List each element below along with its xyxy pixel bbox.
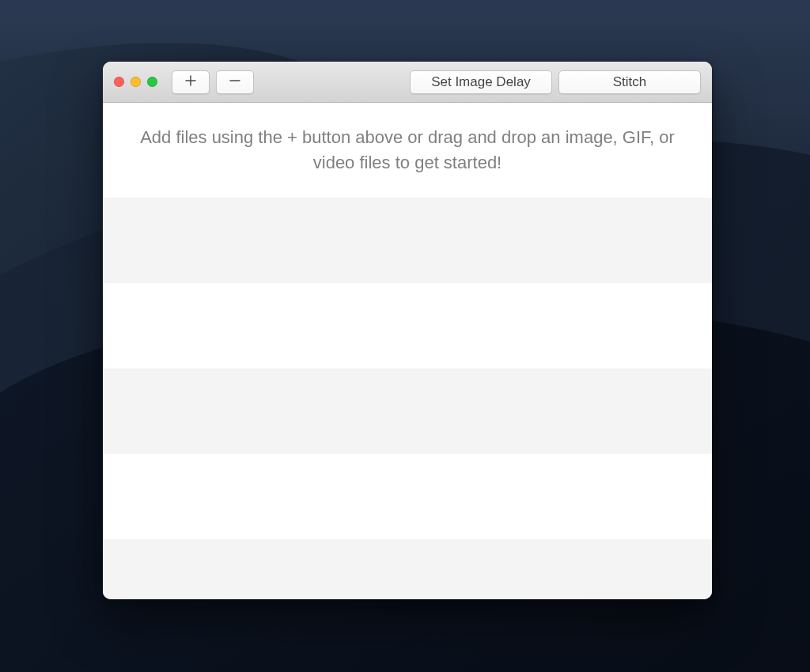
zoom-button[interactable]: [147, 77, 157, 87]
set-image-delay-button[interactable]: Set Image Delay: [410, 70, 552, 94]
list-row: [103, 454, 712, 539]
add-file-button[interactable]: [172, 70, 210, 94]
list-row: [103, 198, 712, 283]
window-titlebar[interactable]: Set Image Delay Stitch: [103, 62, 712, 103]
content-area[interactable]: Add files using the + button above or dr…: [103, 103, 712, 599]
list-row: [103, 368, 712, 454]
empty-state-instructions: Add files using the + button above or dr…: [103, 103, 712, 198]
list-row: [103, 283, 712, 368]
remove-file-button[interactable]: [216, 70, 254, 94]
stitch-button[interactable]: Stitch: [558, 70, 701, 94]
list-row: [103, 539, 712, 599]
file-list[interactable]: [103, 198, 712, 599]
plus-icon: [184, 74, 197, 89]
minus-icon: [229, 74, 241, 89]
window-controls: [114, 77, 157, 87]
app-window: Set Image Delay Stitch Add files using t…: [103, 62, 712, 599]
minimize-button[interactable]: [131, 77, 141, 87]
close-button[interactable]: [114, 77, 124, 87]
